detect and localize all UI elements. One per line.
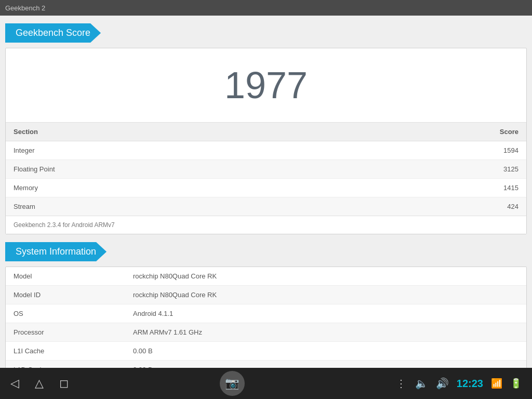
info-value: Android 4.1.1: [125, 304, 526, 323]
nav-left-icons: ◁ △ ◻: [10, 377, 69, 390]
volume-up-icon[interactable]: 🔊: [436, 377, 449, 390]
title-bar: Geekbench 2: [0, 0, 532, 16]
main-score: 1977: [6, 48, 526, 123]
info-label: Processor: [6, 323, 125, 342]
wifi-icon: 📶: [491, 378, 502, 389]
nav-center: 📷: [220, 371, 245, 396]
info-label: L1D Cache: [6, 361, 125, 368]
geekbench-banner: Geekbench Score: [5, 23, 101, 43]
clock: 12:23: [457, 378, 483, 390]
section-label: Integer: [6, 141, 318, 160]
recent-apps-icon[interactable]: ◻: [59, 377, 69, 390]
list-item: OS Android 4.1.1: [6, 304, 526, 323]
volume-down-icon[interactable]: 🔈: [415, 377, 428, 390]
section-label: Floating Point: [6, 160, 318, 179]
score-header: Score: [318, 123, 526, 141]
section-label: Stream: [6, 197, 318, 216]
back-icon[interactable]: ◁: [10, 377, 19, 390]
sysinfo-card: Model rockchip N80Quad Core RK Model ID …: [5, 267, 527, 368]
table-row: Floating Point 3125: [6, 160, 526, 179]
sysinfo-banner: System Information: [5, 242, 107, 261]
list-item: Model rockchip N80Quad Core RK: [6, 267, 526, 286]
list-item: Model ID rockchip N80Quad Core RK: [6, 286, 526, 304]
score-value: 3125: [318, 160, 526, 179]
camera-icon[interactable]: 📷: [220, 371, 245, 396]
more-options-icon[interactable]: ⋮: [396, 377, 407, 390]
bench-table: Section Score Integer 1594 Floating Poin…: [6, 123, 526, 234]
sysinfo-table: Model rockchip N80Quad Core RK Model ID …: [6, 267, 526, 368]
main-content: Geekbench Score 1977 Section Score Integ…: [0, 16, 532, 368]
table-row: Memory 1415: [6, 179, 526, 197]
info-value: ARM ARMv7 1.61 GHz: [125, 323, 526, 342]
list-item: L1I Cache 0.00 B: [6, 342, 526, 361]
info-label: OS: [6, 304, 125, 323]
home-icon[interactable]: △: [35, 377, 44, 390]
section-label: Memory: [6, 179, 318, 197]
geekbench-card: 1977 Section Score Integer 1594 Floating…: [5, 48, 527, 234]
info-label: Model ID: [6, 286, 125, 304]
table-row: Stream 424: [6, 197, 526, 216]
info-value: 0.00 B: [125, 342, 526, 361]
section-header: Section: [6, 123, 318, 141]
nav-bar: ◁ △ ◻ 📷 ⋮ 🔈 🔊 12:23 📶 🔋: [0, 368, 532, 399]
info-value: rockchip N80Quad Core RK: [125, 286, 526, 304]
list-item: L1D Cache 0.00 B: [6, 361, 526, 368]
nav-right-icons: ⋮ 🔈 🔊 12:23 📶 🔋: [396, 377, 522, 390]
bench-footer: Geekbench 2.3.4 for Android ARMv7: [6, 216, 526, 234]
battery-icon: 🔋: [510, 378, 522, 389]
info-value: 0.00 B: [125, 361, 526, 368]
info-label: Model: [6, 267, 125, 286]
score-value: 1415: [318, 179, 526, 197]
list-item: Processor ARM ARMv7 1.61 GHz: [6, 323, 526, 342]
app-title: Geekbench 2: [5, 4, 45, 12]
table-row: Integer 1594: [6, 141, 526, 160]
score-value: 1594: [318, 141, 526, 160]
score-value: 424: [318, 197, 526, 216]
info-label: L1I Cache: [6, 342, 125, 361]
geekbench-score-section: Geekbench Score 1977 Section Score Integ…: [5, 23, 527, 234]
info-value: rockchip N80Quad Core RK: [125, 267, 526, 286]
system-info-section: System Information Model rockchip N80Qua…: [5, 242, 527, 368]
